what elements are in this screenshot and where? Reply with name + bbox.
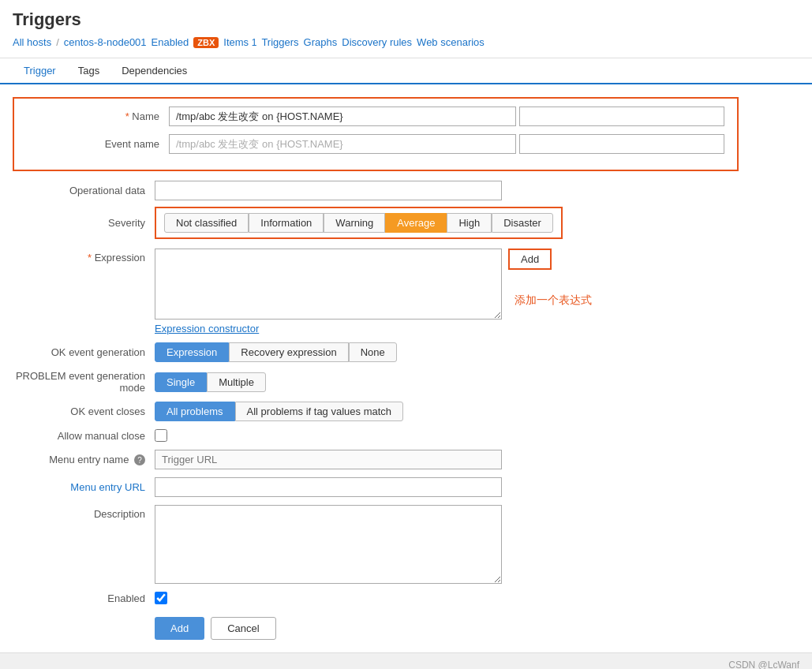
operational-data-label: Operational data — [13, 185, 155, 196]
event-name-row: Event name — [27, 134, 724, 154]
menu-entry-name-label: Menu entry name ? — [13, 454, 155, 466]
allow-manual-close-row: Allow manual close — [13, 429, 799, 442]
main-content: Name Event name Operational data Severit… — [0, 84, 812, 652]
tab-dependencies[interactable]: Dependencies — [110, 58, 198, 83]
breadcrumb-host[interactable]: centos-8-node001 — [64, 36, 147, 48]
breadcrumb-graphs[interactable]: Graphs — [304, 36, 338, 48]
breadcrumb-web[interactable]: Web scenarios — [417, 36, 485, 48]
breadcrumb: All hosts / centos-8-node001 Enabled ZBX… — [13, 36, 799, 48]
operational-data-input[interactable] — [155, 181, 502, 200]
breadcrumb-discovery[interactable]: Discovery rules — [342, 36, 412, 48]
description-row: Description — [13, 505, 799, 584]
event-name-input[interactable] — [169, 134, 516, 154]
severity-section: Not classified Information Warning Avera… — [155, 207, 563, 239]
form-add-button[interactable]: Add — [155, 617, 204, 640]
problem-mode-label: PROBLEM event generation mode — [13, 370, 155, 394]
severity-disaster[interactable]: Disaster — [492, 213, 553, 233]
form-cancel-button[interactable]: Cancel — [211, 617, 275, 640]
breadcrumb-items-count: 1 — [252, 37, 257, 48]
allow-manual-close-label: Allow manual close — [13, 430, 155, 442]
name-input[interactable] — [169, 107, 516, 126]
ok-closes-all-problems-btn[interactable]: All problems — [155, 402, 235, 421]
description-textarea[interactable] — [155, 505, 502, 584]
breadcrumb-triggers[interactable]: Triggers — [261, 36, 298, 48]
severity-high[interactable]: High — [447, 213, 492, 233]
expression-annotation: 添加一个表达式 — [515, 293, 592, 308]
page-wrapper: Triggers All hosts / centos-8-node001 En… — [0, 0, 812, 669]
event-name-input-extra[interactable] — [519, 134, 724, 154]
menu-entry-url-label: Menu entry URL — [13, 481, 155, 493]
ok-event-none-btn[interactable]: None — [349, 342, 397, 362]
severity-not-classified[interactable]: Not classified — [164, 213, 249, 233]
menu-entry-url-row: Menu entry URL — [13, 477, 799, 497]
name-section: Name Event name — [13, 97, 739, 171]
event-name-label: Event name — [27, 138, 169, 150]
ok-event-expression-btn[interactable]: Expression — [155, 342, 229, 362]
tab-trigger[interactable]: Trigger — [13, 58, 67, 84]
allow-manual-close-checkbox[interactable] — [155, 429, 167, 442]
name-row: Name — [27, 107, 724, 126]
expression-constructor-link[interactable]: Expression constructor — [155, 323, 799, 334]
problem-mode-single-btn[interactable]: Single — [155, 372, 207, 392]
severity-warning[interactable]: Warning — [324, 213, 385, 233]
problem-mode-row: PROBLEM event generation mode Single Mul… — [13, 370, 799, 394]
description-label: Description — [13, 505, 155, 520]
problem-mode-toggle-group: Single Multiple — [155, 372, 266, 392]
name-label: Name — [27, 110, 169, 122]
enabled-row: Enabled — [13, 592, 799, 604]
ok-event-closes-row: OK event closes All problems All problem… — [13, 402, 799, 421]
expression-textarea[interactable] — [155, 249, 502, 320]
problem-mode-multiple-btn[interactable]: Multiple — [207, 372, 266, 392]
ok-closes-tag-match-btn[interactable]: All problems if tag values match — [235, 402, 404, 421]
menu-entry-name-help-icon[interactable]: ? — [134, 454, 145, 465]
ok-event-generation-row: OK event generation Expression Recovery … — [13, 342, 799, 362]
page-title: Triggers — [13, 9, 799, 30]
breadcrumb-sep1: / — [56, 36, 59, 48]
ok-event-generation-label: OK event generation — [13, 346, 155, 358]
menu-entry-url-input[interactable] — [155, 477, 502, 497]
ok-event-recovery-btn[interactable]: Recovery expression — [229, 342, 348, 362]
breadcrumb-zbx: ZBX — [193, 37, 219, 48]
operational-data-row: Operational data — [13, 181, 799, 200]
expression-row: Expression Add 添加一个表达式 — [13, 249, 799, 320]
footer: CSDN @LcWanf — [0, 652, 812, 669]
enabled-checkbox[interactable] — [155, 592, 167, 604]
severity-average[interactable]: Average — [385, 213, 447, 233]
expression-label: Expression — [13, 249, 155, 263]
footer-text: CSDN @LcWanf — [728, 660, 799, 669]
severity-row: Severity Not classified Information Warn… — [13, 207, 799, 239]
ok-event-toggle-group: Expression Recovery expression None — [155, 342, 397, 362]
severity-label: Severity — [13, 217, 155, 229]
enabled-label: Enabled — [13, 592, 155, 604]
form-tabs-bar: Trigger Tags Dependencies — [0, 58, 812, 84]
breadcrumb-allhosts[interactable]: All hosts — [13, 36, 51, 48]
severity-information[interactable]: Information — [249, 213, 324, 233]
tab-tags[interactable]: Tags — [67, 58, 110, 83]
expression-add-button[interactable]: Add — [508, 249, 552, 270]
menu-entry-name-input[interactable] — [155, 450, 502, 469]
breadcrumb-items[interactable]: Items 1 — [223, 36, 256, 48]
breadcrumb-enabled: Enabled — [152, 36, 189, 48]
name-input-extra[interactable] — [519, 107, 724, 126]
ok-event-closes-group: All problems All problems if tag values … — [155, 402, 403, 421]
form-actions: Add Cancel — [155, 617, 799, 640]
page-header: Triggers All hosts / centos-8-node001 En… — [0, 0, 812, 58]
menu-entry-name-row: Menu entry name ? — [13, 450, 799, 469]
ok-event-closes-label: OK event closes — [13, 406, 155, 417]
